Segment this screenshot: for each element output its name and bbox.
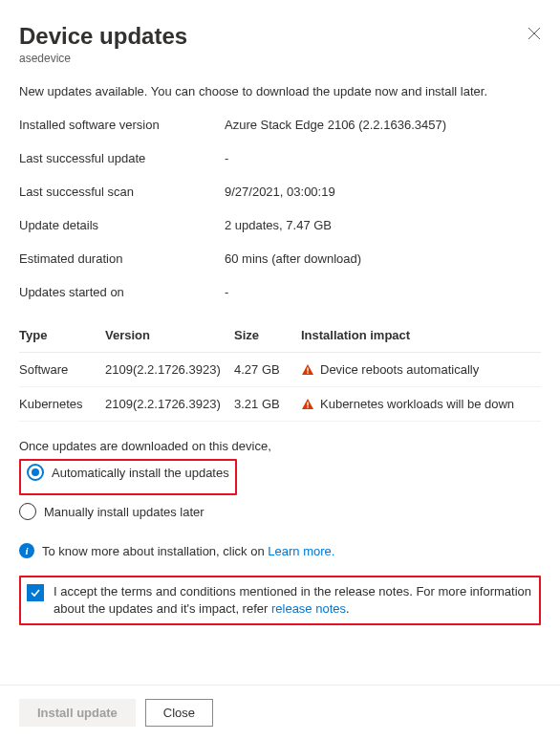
cell-size: 3.21 GB [234, 387, 301, 422]
col-size: Size [234, 318, 301, 353]
radio-manual-install[interactable] [19, 503, 36, 520]
learn-more-link[interactable]: Learn more. [268, 544, 334, 558]
update-details-label: Update details [19, 218, 225, 232]
svg-rect-2 [307, 402, 308, 405]
table-row: Kubernetes 2109(2.2.1726.3923) 3.21 GB K… [19, 387, 541, 422]
install-prompt: Once updates are downloaded on this devi… [19, 439, 541, 453]
last-update-label: Last successful update [19, 151, 225, 165]
warning-icon [301, 363, 314, 377]
cell-version: 2109(2.2.1726.3923) [105, 387, 234, 422]
cell-size: 4.27 GB [234, 353, 301, 387]
svg-rect-1 [307, 372, 308, 373]
col-version: Version [105, 318, 234, 353]
cell-version: 2109(2.2.1726.3923) [105, 353, 234, 387]
cell-impact: Kubernetes workloads will be down [320, 397, 514, 411]
installed-version-value: Azure Stack Edge 2106 (2.2.1636.3457) [225, 118, 446, 132]
info-text: To know more about installation, click o… [42, 544, 268, 558]
warning-icon [301, 398, 314, 411]
svg-rect-3 [307, 406, 308, 407]
close-icon[interactable] [528, 27, 541, 40]
radio-auto-label: Automatically install the updates [52, 466, 229, 480]
started-on-value: - [225, 285, 228, 299]
updates-table: Type Version Size Installation impact So… [19, 318, 541, 422]
terms-text: I accept the terms and conditions mentio… [54, 583, 533, 618]
device-name: asedevice [19, 52, 541, 65]
cell-type: Kubernetes [19, 387, 105, 422]
close-button[interactable]: Close [145, 699, 213, 727]
release-notes-link[interactable]: release notes [271, 601, 346, 616]
cell-type: Software [19, 353, 105, 387]
update-details-value: 2 updates, 7.47 GB [225, 218, 332, 232]
last-update-value: - [225, 151, 228, 165]
terms-checkbox[interactable] [27, 584, 44, 601]
installed-version-label: Installed software version [19, 118, 225, 132]
started-on-label: Updates started on [19, 285, 225, 299]
info-icon: i [19, 543, 34, 558]
svg-rect-0 [307, 367, 308, 371]
page-title: Device updates [19, 23, 187, 50]
last-scan-label: Last successful scan [19, 185, 225, 199]
col-impact: Installation impact [301, 318, 541, 353]
col-type: Type [19, 318, 105, 353]
intro-text: New updates available. You can choose to… [19, 84, 541, 98]
radio-manual-label: Manually install updates later [44, 505, 205, 519]
radio-auto-install[interactable] [27, 464, 44, 481]
install-update-button[interactable]: Install update [19, 699, 136, 727]
duration-label: Estimated duration [19, 251, 225, 266]
last-scan-value: 9/27/2021, 03:00:19 [225, 185, 335, 199]
duration-value: 60 mins (after download) [225, 251, 361, 266]
table-row: Software 2109(2.2.1726.3923) 4.27 GB Dev… [19, 353, 541, 387]
cell-impact: Device reboots automatically [320, 362, 479, 377]
